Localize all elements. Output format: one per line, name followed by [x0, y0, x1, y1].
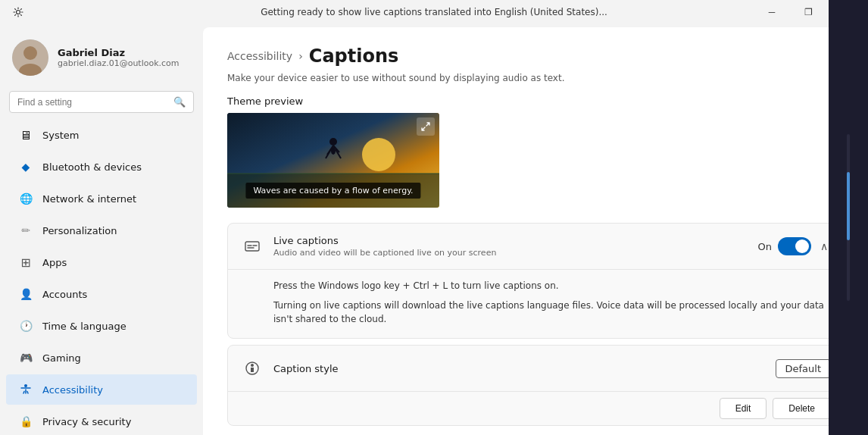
- live-captions-row: Live captions Audio and video will be ca…: [228, 224, 843, 269]
- user-info: Gabriel Diaz gabriel.diaz.01@outlook.com: [58, 47, 180, 68]
- theme-preview-label: Theme preview: [227, 95, 844, 107]
- sidebar-item-time[interactable]: Time & language: [6, 311, 197, 341]
- system-icon: [18, 127, 33, 142]
- sidebar-label-time: Time & language: [42, 321, 126, 332]
- sidebar-item-network[interactable]: Network & internet: [6, 183, 197, 214]
- sidebar-label-system: System: [42, 130, 79, 141]
- search-box[interactable]: 🔍: [9, 91, 194, 113]
- sidebar-item-accessibility[interactable]: Accessibility: [6, 374, 197, 405]
- notification-text: Getting ready to show live captions tran…: [261, 7, 607, 17]
- breadcrumb: Accessibility › Captions: [227, 45, 844, 67]
- svg-point-6: [362, 138, 395, 171]
- privacy-icon: [18, 414, 33, 429]
- svg-point-4: [24, 384, 27, 387]
- gaming-icon: [18, 350, 33, 365]
- live-captions-text: Live captions Audio and video will be ca…: [273, 235, 758, 258]
- svg-point-20: [251, 364, 254, 367]
- search-input[interactable]: [17, 97, 173, 108]
- user-name: Gabriel Diaz: [58, 47, 180, 58]
- apps-icon: [18, 255, 33, 270]
- svg-point-2: [23, 46, 37, 60]
- live-captions-desc: Audio and video will be captioned live o…: [273, 248, 758, 258]
- caption-style-label: Caption style: [273, 363, 776, 374]
- svg-point-8: [329, 138, 337, 146]
- svg-rect-15: [245, 242, 259, 251]
- accounts-icon: [18, 286, 33, 302]
- page-subtitle: Make your device easier to use without s…: [227, 73, 844, 83]
- sidebar-item-apps[interactable]: Apps: [6, 247, 197, 277]
- sidebar-item-bluetooth[interactable]: Bluetooth & devices: [6, 152, 197, 182]
- maximize-button[interactable]: ❐: [791, 0, 826, 24]
- sidebar-label-bluetooth: Bluetooth & devices: [42, 161, 142, 173]
- network-icon: [18, 191, 33, 206]
- caption-style-value[interactable]: Default: [776, 359, 832, 378]
- toggle-status-label: On: [758, 241, 772, 252]
- live-captions-toggle[interactable]: [778, 237, 811, 255]
- sidebar-label-accounts: Accounts: [42, 289, 87, 300]
- sidebar-label-apps: Apps: [42, 257, 67, 268]
- user-email: gabriel.diaz.01@outlook.com: [58, 58, 180, 68]
- sidebar-item-system[interactable]: System: [6, 120, 197, 150]
- sidebar: Gabriel Diaz gabriel.diaz.01@outlook.com…: [0, 24, 203, 435]
- settings-icon-button[interactable]: [6, 0, 30, 24]
- svg-point-0: [17, 11, 20, 14]
- avatar: [12, 39, 48, 76]
- search-icon: 🔍: [173, 96, 186, 108]
- user-profile[interactable]: Gabriel Diaz gabriel.diaz.01@outlook.com: [0, 30, 203, 85]
- shortcut-info: Press the Windows logo key + Ctrl + L to…: [273, 270, 831, 299]
- warning-info: Turning on live captions will download t…: [273, 299, 831, 326]
- caption-style-icon: [240, 356, 264, 380]
- sidebar-item-privacy[interactable]: Privacy & security: [6, 406, 197, 435]
- caption-style-card: Caption style Default Edit Delete: [227, 345, 844, 426]
- bluetooth-icon: [18, 159, 33, 174]
- delete-button[interactable]: Delete: [773, 398, 831, 419]
- minimize-button[interactable]: ─: [754, 0, 789, 24]
- scrollbar-thumb[interactable]: [847, 172, 850, 240]
- captions-icon: [240, 234, 264, 258]
- sidebar-label-accessibility: Accessibility: [42, 384, 103, 396]
- content-area: Accessibility › Captions Make your devic…: [203, 27, 868, 435]
- time-icon: [18, 318, 33, 333]
- scrollbar-panel: [829, 0, 868, 435]
- breadcrumb-separator: ›: [298, 50, 303, 62]
- sidebar-item-accounts[interactable]: Accounts: [6, 279, 197, 309]
- sidebar-label-privacy: Privacy & security: [42, 416, 131, 427]
- personalization-icon: [18, 223, 33, 238]
- preview-caption: Waves are caused by a flow of energy.: [245, 183, 420, 199]
- breadcrumb-current: Captions: [309, 45, 399, 67]
- live-captions-title: Live captions: [273, 235, 758, 246]
- title-bar: Getting ready to show live captions tran…: [0, 0, 868, 24]
- caption-style-actions: Edit Delete: [228, 391, 843, 425]
- live-captions-controls: On ∧: [758, 237, 831, 255]
- sidebar-label-network: Network & internet: [42, 193, 136, 205]
- sidebar-item-personalization[interactable]: Personalization: [6, 215, 197, 246]
- accessibility-icon: [18, 382, 33, 397]
- theme-preview: Waves are caused by a flow of energy.: [227, 113, 439, 208]
- live-captions-expanded: Press the Windows logo key + Ctrl + L to…: [228, 269, 843, 338]
- sidebar-label-personalization: Personalization: [42, 225, 117, 236]
- caption-style-row: Caption style Default: [228, 346, 843, 391]
- live-captions-card: Live captions Audio and video will be ca…: [227, 223, 844, 339]
- breadcrumb-parent[interactable]: Accessibility: [227, 50, 292, 62]
- expand-preview-button[interactable]: [417, 117, 435, 136]
- main-window: Gabriel Diaz gabriel.diaz.01@outlook.com…: [0, 24, 868, 435]
- scrollbar-track: [847, 134, 850, 301]
- edit-button[interactable]: Edit: [720, 398, 767, 419]
- sidebar-item-gaming[interactable]: Gaming: [6, 343, 197, 373]
- sidebar-label-gaming: Gaming: [42, 352, 81, 364]
